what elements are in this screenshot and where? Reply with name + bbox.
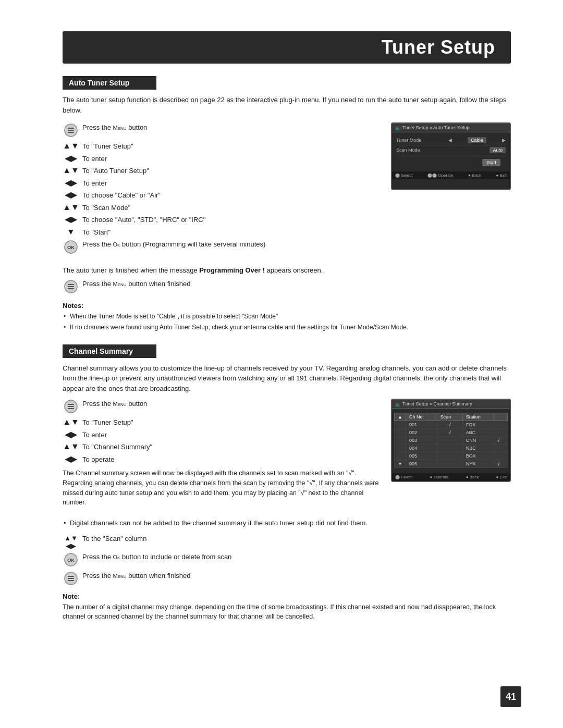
- td-station: ABC: [462, 429, 494, 437]
- channel-summary-body: The Channel summary screen will now be d…: [63, 468, 381, 508]
- page-number: 41: [500, 686, 521, 707]
- tv-screen-titlebar: 📺 Tuner Setup » Auto Tuner Setup: [392, 124, 510, 132]
- arrow-ud-icon: ▲▼: [63, 203, 79, 212]
- ok-icon-cell: OK: [63, 552, 79, 569]
- td-check: [494, 452, 507, 460]
- svg-rect-12: [68, 406, 74, 407]
- menu-icon: [64, 399, 78, 414]
- col-header-scan: Scan: [437, 413, 462, 421]
- svg-rect-1: [68, 128, 74, 129]
- svg-rect-2: [68, 130, 74, 131]
- menu-icon-cell: [63, 571, 79, 587]
- td-ch: 003: [406, 437, 437, 445]
- tv-arrow-right: ▶: [502, 138, 506, 143]
- svg-rect-9: [68, 288, 74, 289]
- step-row: Press the Menu button: [63, 122, 381, 139]
- svg-rect-18: [68, 578, 74, 579]
- svg-rect-8: [68, 286, 74, 287]
- table-row: 003 CNN √: [395, 437, 508, 445]
- step-text: Press the Ok button to include or delete…: [82, 552, 231, 562]
- tv-label-scan: Scan Mode: [396, 147, 433, 153]
- channel-steps-area: Press the Menu button ▲▼ To "Tuner Setup…: [63, 399, 511, 513]
- td-empty: [395, 421, 406, 429]
- step-row: ◀▶ To enter: [63, 178, 381, 189]
- arrow-lr-icon: ◀▶: [65, 178, 77, 187]
- finish-icon-cell: [63, 279, 79, 295]
- td-ch: 006: [406, 460, 437, 468]
- note-text: The number of a digital channel may chan…: [63, 602, 511, 622]
- tv-screen-content: ▲ Ch No. Scan Station 001 √: [392, 409, 510, 470]
- td-empty: [395, 452, 406, 460]
- step-row: ▲▼ To "Auto Tuner Setup": [63, 166, 381, 176]
- step-text: Press the Menu button: [82, 122, 147, 133]
- step-text: To "Auto Tuner Setup": [82, 166, 149, 176]
- td-scan: [437, 437, 462, 445]
- td-station: BOX: [462, 452, 494, 460]
- td-empty: [395, 437, 406, 445]
- auto-tuner-setup-section: Auto Tuner Setup The auto tuner setup fu…: [63, 76, 511, 332]
- td-station: CNN: [462, 437, 494, 445]
- tv-bar-exit: ● Exit: [496, 173, 507, 178]
- td-ch: 001: [406, 421, 437, 429]
- td-station: FOX: [462, 421, 494, 429]
- step-text: To "Start": [82, 227, 111, 238]
- page-title: Tuner Setup: [63, 36, 495, 58]
- programming-over-bold: Programming Over !: [199, 266, 265, 274]
- programming-over-text: The auto tuner is finished when the mess…: [63, 265, 511, 276]
- col-header-station: Station: [462, 413, 494, 421]
- finish-step-text: Press the Menu button when finished: [82, 279, 190, 289]
- arrow-ud-icon: ▲▼: [63, 442, 79, 451]
- table-row: 001 √ FOX: [395, 421, 508, 429]
- tv-value-scan: Auto: [489, 147, 506, 153]
- menu-icon: [64, 123, 78, 138]
- page-title-bar: Tuner Setup: [63, 31, 511, 64]
- step-row: ◀▶ To enter: [63, 154, 381, 164]
- arrow-ud-icon: ▲▼: [63, 166, 79, 175]
- svg-rect-3: [68, 132, 74, 133]
- ok-icon: OK: [64, 552, 78, 567]
- page-container: Tuner Setup Auto Tuner Setup The auto tu…: [0, 0, 563, 728]
- table-row: 002 √ ABC: [395, 429, 508, 437]
- svg-rect-19: [68, 580, 74, 581]
- channel-table: ▲ Ch No. Scan Station 001 √: [394, 413, 508, 468]
- step-text: Press the Ok button (Programming will ta…: [82, 239, 265, 250]
- step-text: To "Channel Summary": [82, 442, 152, 452]
- td-empty: [395, 445, 406, 452]
- arrow-ud-icon-cell: ▲▼: [63, 166, 79, 175]
- td-station: NBC: [462, 445, 494, 452]
- td-check: √: [494, 460, 507, 468]
- step-row: ◀▶ To enter: [63, 430, 381, 440]
- arrow-lr-icon-cell: ◀▶: [63, 215, 79, 224]
- td-empty: ▼: [395, 460, 406, 468]
- step-text: To choose "Auto", "STD", "HRC" or "IRC": [82, 215, 205, 225]
- td-check: [494, 421, 507, 429]
- arrow-ud-icon-cell: ▲▼: [63, 442, 79, 451]
- channel-summary-intro: Channel summary allows you to customize …: [63, 363, 511, 394]
- step-row: ▲▼ To "Tuner Setup": [63, 141, 381, 152]
- finish-step-row: Press the Menu button when finished: [63, 279, 511, 295]
- ok-icon-cell: OK: [63, 239, 79, 256]
- tv-bar-exit: ● Exit: [496, 475, 507, 479]
- td-check: [494, 429, 507, 437]
- auto-tuner-tv-screen: 📺 Tuner Setup » Auto Tuner Setup Tuner M…: [391, 122, 511, 190]
- arrow-lr-icon-cell: ◀▶: [63, 154, 79, 163]
- step-text: To the "Scan" column: [82, 534, 146, 544]
- menu-icon-cell: [63, 122, 79, 139]
- auto-tuner-setup-header: Auto Tuner Setup: [63, 76, 156, 90]
- auto-tuner-intro: The auto tuner setup function is describ…: [63, 95, 511, 115]
- tv-value-tuner: Cable: [468, 137, 486, 143]
- svg-rect-11: [68, 404, 74, 405]
- td-station: NHK: [462, 460, 494, 468]
- step-row: ▲▼ To "Tuner Setup": [63, 417, 381, 428]
- tv-bar-back: ● Back: [468, 173, 481, 178]
- td-empty: [395, 429, 406, 437]
- tv-start-btn: Start: [396, 159, 506, 165]
- td-check: [494, 445, 507, 452]
- td-scan: [437, 445, 462, 452]
- arrow-lr-icon: ◀▶: [65, 454, 77, 463]
- channel-summary-header: Channel Summary: [63, 344, 156, 358]
- step-row: Press the Menu button: [63, 399, 381, 415]
- arrow-d-icon-cell: ▼: [63, 227, 79, 236]
- col-header-chno: Ch No.: [406, 413, 437, 421]
- step-text: Press the Menu button: [82, 399, 147, 409]
